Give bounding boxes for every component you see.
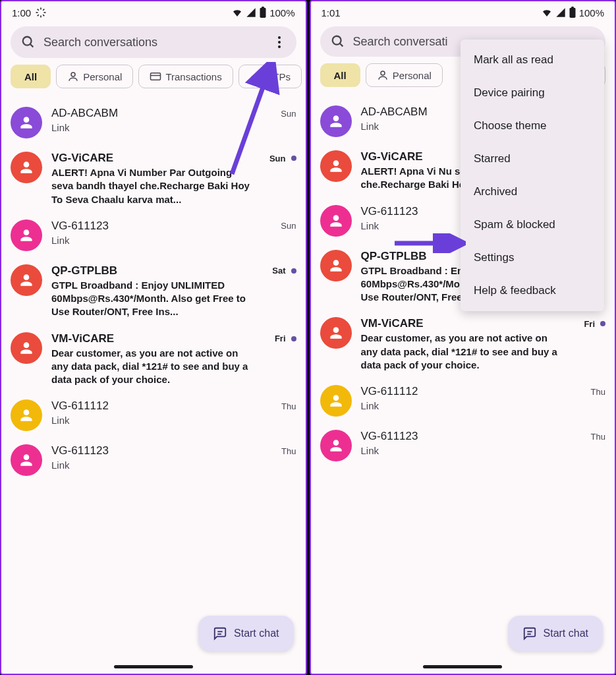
chip-otps[interactable]: OTPs (238, 65, 302, 88)
conversation-item[interactable]: AD-ABCABMSunLink (11, 100, 296, 145)
avatar (320, 430, 352, 461)
nav-handle[interactable] (423, 665, 502, 668)
chip-personal[interactable]: Personal (366, 63, 443, 87)
avatar (320, 150, 352, 182)
conversation-item[interactable]: VG-611123ThuLink (320, 423, 606, 468)
conversation-item[interactable]: VG-ViCARESunALERT! Apna Vi Number Par Ou… (11, 145, 296, 213)
search-icon (21, 35, 36, 49)
nav-handle[interactable] (114, 665, 193, 668)
menu-item[interactable]: Spam & blocked (461, 208, 604, 241)
conversation-time: Thu (591, 387, 605, 397)
conversation-title: VG-611123 (51, 444, 109, 457)
menu-item[interactable]: Choose theme (461, 109, 604, 142)
card-icon (150, 71, 161, 82)
chip-all[interactable]: All (320, 63, 360, 87)
avatar (11, 444, 42, 476)
conversation-preview: Dear customer, as you are not active on … (51, 347, 256, 387)
conversation-time: Thu (281, 446, 296, 456)
wifi-icon (231, 7, 243, 18)
menu-item[interactable]: Settings (461, 241, 604, 274)
wellbeing-icon (35, 7, 47, 18)
avatar (11, 332, 42, 364)
overflow-menu: Mark all as readDevice pairingChoose the… (461, 40, 604, 311)
chat-icon (213, 626, 227, 641)
svg-point-2 (23, 37, 32, 45)
conversation-title: VG-611123 (361, 205, 418, 218)
status-bar: 1:01 100% (311, 1, 615, 21)
person-icon (377, 69, 389, 81)
battery-icon (259, 7, 267, 18)
menu-item[interactable]: Mark all as read (461, 44, 604, 76)
conversation-title: VG-611123 (51, 220, 109, 233)
status-time: 1:00 (12, 7, 31, 18)
conversation-item[interactable]: VG-611123SunLink (11, 213, 296, 258)
conversation-item[interactable]: VM-ViCAREFriDear customer, as you are no… (320, 310, 606, 378)
phone-screen-right: 1:01 100% Search conversati All Personal… (310, 0, 617, 675)
chat-icon (522, 626, 537, 641)
conversation-time: Sun (281, 109, 296, 119)
conversation-title: VG-611112 (51, 399, 109, 413)
more-menu-button[interactable] (273, 34, 286, 50)
conversation-item[interactable]: QP-GTPLBBSatGTPL Broadband : Enjoy UNLIM… (11, 258, 296, 326)
conversation-preview: GTPL Broadband : Enjoy UNLIMITED 60Mbps@… (51, 279, 256, 319)
conversation-preview: Link (51, 459, 256, 472)
filter-chips: All Personal Transactions OTPs (1, 65, 306, 96)
conversation-preview: Link (51, 121, 256, 134)
svg-rect-12 (569, 8, 575, 18)
conversation-item[interactable]: VM-ViCAREFriDear customer, as you are no… (11, 326, 296, 394)
conversation-title: VG-ViCARE (51, 152, 113, 165)
avatar (320, 385, 352, 417)
conversation-time: Sat (272, 266, 296, 276)
conversation-time: Fri (584, 319, 605, 329)
conversation-title: QP-GTPLBB (51, 264, 117, 278)
menu-item[interactable]: Archived (461, 175, 604, 208)
svg-point-4 (71, 73, 75, 76)
chip-transactions[interactable]: Transactions (138, 65, 233, 88)
conversation-preview: Dear customer, as you are not active on … (361, 332, 565, 372)
chip-personal[interactable]: Personal (56, 65, 133, 88)
avatar (11, 399, 42, 431)
avatar (11, 220, 42, 251)
menu-item[interactable]: Starred (461, 142, 604, 175)
svg-rect-5 (151, 73, 161, 80)
conversation-preview: Link (51, 234, 256, 247)
start-chat-button[interactable]: Start chat (508, 616, 603, 651)
start-chat-button[interactable]: Start chat (198, 616, 293, 651)
conversation-preview: Link (361, 444, 565, 457)
conversation-title: QP-GTPLBB (361, 250, 427, 263)
conversation-time: Sun (281, 221, 296, 231)
avatar (11, 152, 42, 183)
search-icon (331, 34, 345, 49)
conversation-item[interactable]: VG-611112ThuLink (320, 378, 606, 423)
unread-indicator (291, 268, 296, 274)
menu-item[interactable]: Device pairing (461, 76, 604, 109)
conversation-title: VM-ViCARE (361, 317, 424, 330)
battery-icon (569, 7, 576, 18)
search-placeholder: Search conversations (43, 36, 265, 49)
menu-item[interactable]: Help & feedback (461, 274, 604, 307)
svg-rect-13 (571, 7, 574, 9)
svg-rect-1 (262, 7, 264, 9)
conversation-title: VG-611123 (361, 430, 418, 443)
avatar (11, 264, 42, 296)
conversation-preview: Link (361, 399, 565, 413)
status-time: 1:01 (322, 7, 341, 18)
conversation-item[interactable]: VG-611123ThuLink (11, 438, 296, 483)
conversation-title: VM-ViCARE (51, 332, 114, 345)
svg-point-14 (332, 36, 341, 45)
conversation-list[interactable]: AD-ABCABMSunLinkVG-ViCARESunALERT! Apna … (1, 96, 306, 674)
avatar (320, 250, 352, 281)
conversation-preview: Link (51, 414, 256, 427)
conversation-item[interactable]: VG-611112ThuLink (11, 393, 296, 438)
conversation-title: VG-ViCARE (361, 150, 423, 163)
conversation-time: Thu (591, 432, 605, 442)
search-bar[interactable]: Search conversations (11, 26, 296, 58)
conversation-preview: ALERT! Apna Vi Number Par Outgoing seva … (51, 166, 256, 206)
battery-percent: 100% (269, 7, 294, 18)
conversation-time: Fri (275, 334, 296, 343)
chip-all[interactable]: All (11, 65, 51, 88)
svg-line-15 (339, 44, 343, 47)
avatar (320, 105, 352, 137)
avatar (11, 107, 42, 138)
status-bar: 1:00 100% (1, 1, 306, 21)
